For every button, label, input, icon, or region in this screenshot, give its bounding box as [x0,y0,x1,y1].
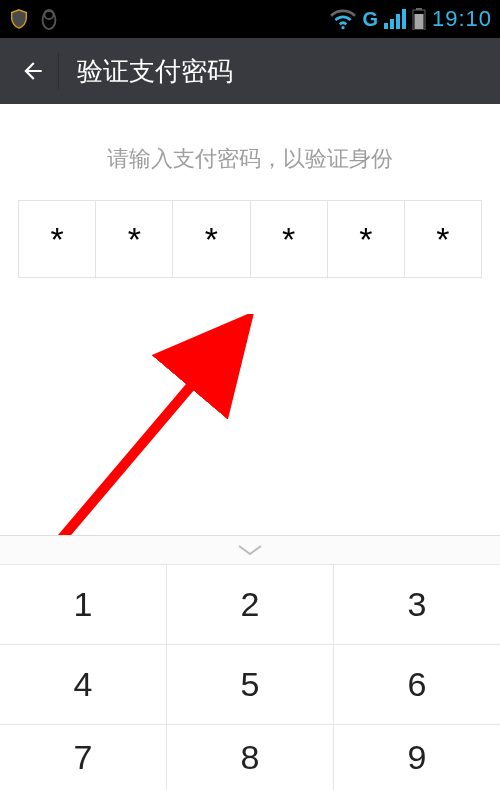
key-4[interactable]: 4 [0,645,167,725]
status-bar: G 19:10 [0,0,500,38]
keypad-panel: 1 2 3 4 5 6 7 8 9 [0,535,500,790]
pin-cell-2: * [96,201,173,277]
key-2[interactable]: 2 [167,565,334,645]
svg-rect-4 [390,19,394,29]
pin-input[interactable]: * * * * * * [18,200,482,278]
page-title: 验证支付密码 [77,54,233,89]
svg-rect-3 [384,23,388,29]
key-5[interactable]: 5 [167,645,334,725]
arrow-left-icon [20,58,46,84]
key-1[interactable]: 1 [0,565,167,645]
main-content: 请输入支付密码，以验证身份 * * * * * * [0,104,500,278]
chevron-down-icon [235,543,265,557]
penguin-icon [38,7,60,31]
header-divider [58,53,59,89]
key-9[interactable]: 9 [334,725,500,790]
svg-line-11 [40,334,235,564]
keypad-collapse-handle[interactable] [0,536,500,564]
battery-icon [412,8,426,30]
key-8[interactable]: 8 [167,725,334,790]
pin-cell-3: * [173,201,250,277]
key-3[interactable]: 3 [334,565,500,645]
numeric-keypad: 1 2 3 4 5 6 7 8 9 [0,564,500,790]
pin-cell-1: * [19,201,96,277]
signal-icon [384,9,406,29]
svg-rect-6 [402,9,406,29]
key-7[interactable]: 7 [0,725,167,790]
svg-rect-9 [414,14,423,29]
svg-point-2 [342,26,345,29]
app-header: 验证支付密码 [0,38,500,104]
network-type: G [362,8,378,31]
prompt-text: 请输入支付密码，以验证身份 [18,144,482,174]
pin-cell-6: * [405,201,481,277]
shield-icon [8,8,30,30]
wifi-icon [330,9,356,29]
clock: 19:10 [432,6,492,32]
svg-rect-5 [396,14,400,29]
back-button[interactable] [10,48,56,94]
pin-cell-5: * [328,201,405,277]
key-6[interactable]: 6 [334,645,500,725]
pin-cell-4: * [251,201,328,277]
